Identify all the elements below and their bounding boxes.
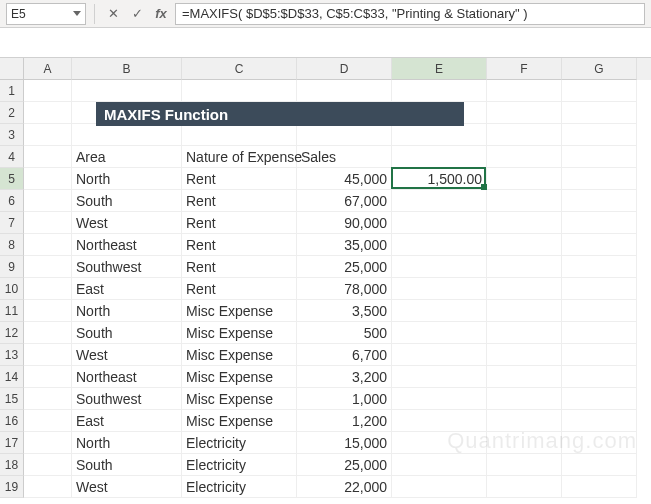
cell-A17[interactable] <box>24 432 72 454</box>
cell-F17[interactable] <box>487 432 562 454</box>
cell-F18[interactable] <box>487 454 562 476</box>
row-header-11[interactable]: 11 <box>0 300 24 322</box>
cell-G15[interactable] <box>562 388 637 410</box>
cell-area[interactable]: South <box>72 322 182 344</box>
cell-F6[interactable] <box>487 190 562 212</box>
cell-nature[interactable]: Misc Expense <box>182 322 297 344</box>
cell-F2[interactable] <box>487 102 562 124</box>
row-header-7[interactable]: 7 <box>0 212 24 234</box>
name-box[interactable]: E5 <box>6 3 86 25</box>
cell-E19[interactable] <box>392 476 487 498</box>
insert-function-button[interactable]: fx <box>151 4 171 24</box>
cell-F9[interactable] <box>487 256 562 278</box>
col-header-D[interactable]: D <box>297 58 392 80</box>
cell-F3[interactable] <box>487 124 562 146</box>
cell-A9[interactable] <box>24 256 72 278</box>
cell-F4[interactable] <box>487 146 562 168</box>
col-header-G[interactable]: G <box>562 58 637 80</box>
cell-A19[interactable] <box>24 476 72 498</box>
cell-G3[interactable] <box>562 124 637 146</box>
cell-nature[interactable]: Misc Expense <box>182 410 297 432</box>
cell-A10[interactable] <box>24 278 72 300</box>
select-all-corner[interactable] <box>0 58 24 80</box>
cell-E4[interactable] <box>392 146 487 168</box>
cell-area[interactable]: East <box>72 278 182 300</box>
cell-area[interactable]: West <box>72 212 182 234</box>
cell-A13[interactable] <box>24 344 72 366</box>
row-header-2[interactable]: 2 <box>0 102 24 124</box>
cell-E18[interactable] <box>392 454 487 476</box>
cell-A2[interactable] <box>24 102 72 124</box>
cell-F15[interactable] <box>487 388 562 410</box>
cell-C3[interactable] <box>182 124 297 146</box>
col-header-C[interactable]: C <box>182 58 297 80</box>
cell-G11[interactable] <box>562 300 637 322</box>
cell-sales[interactable]: 500 <box>297 322 392 344</box>
cell-sales[interactable]: 1,000 <box>297 388 392 410</box>
cell-F14[interactable] <box>487 366 562 388</box>
cell-nature[interactable]: Rent <box>182 234 297 256</box>
cell-area[interactable]: North <box>72 300 182 322</box>
cell-E17[interactable] <box>392 432 487 454</box>
cell-nature[interactable]: Electricity <box>182 454 297 476</box>
row-header-18[interactable]: 18 <box>0 454 24 476</box>
row-header-9[interactable]: 9 <box>0 256 24 278</box>
cell-A4[interactable] <box>24 146 72 168</box>
cell-G1[interactable] <box>562 80 637 102</box>
cancel-formula-button[interactable]: ✕ <box>103 4 123 24</box>
cell-E15[interactable] <box>392 388 487 410</box>
cell-sales[interactable]: 90,000 <box>297 212 392 234</box>
cell-E14[interactable] <box>392 366 487 388</box>
cell-sales[interactable]: 25,000 <box>297 454 392 476</box>
cell-A15[interactable] <box>24 388 72 410</box>
row-header-1[interactable]: 1 <box>0 80 24 102</box>
cell-E6[interactable] <box>392 190 487 212</box>
cell-F1[interactable] <box>487 80 562 102</box>
cell-nature[interactable]: Rent <box>182 190 297 212</box>
cell-F12[interactable] <box>487 322 562 344</box>
cell-G14[interactable] <box>562 366 637 388</box>
cell-area[interactable]: South <box>72 454 182 476</box>
cell-area[interactable]: North <box>72 432 182 454</box>
cell-F19[interactable] <box>487 476 562 498</box>
cell-nature[interactable]: Rent <box>182 256 297 278</box>
col-header-A[interactable]: A <box>24 58 72 80</box>
row-header-12[interactable]: 12 <box>0 322 24 344</box>
cell-E10[interactable] <box>392 278 487 300</box>
header-area[interactable]: Area <box>72 146 182 168</box>
cell-B1[interactable] <box>72 80 182 102</box>
cell-E11[interactable] <box>392 300 487 322</box>
cell-nature[interactable]: Rent <box>182 278 297 300</box>
col-header-E[interactable]: E <box>392 58 487 80</box>
cell-sales[interactable]: 3,200 <box>297 366 392 388</box>
cell-nature[interactable]: Electricity <box>182 476 297 498</box>
cell-area[interactable]: East <box>72 410 182 432</box>
row-header-14[interactable]: 14 <box>0 366 24 388</box>
cell-F13[interactable] <box>487 344 562 366</box>
selected-cell-value[interactable]: 1,500.00 <box>392 168 487 190</box>
cell-A12[interactable] <box>24 322 72 344</box>
cell-G18[interactable] <box>562 454 637 476</box>
cell-nature[interactable]: Misc Expense <box>182 344 297 366</box>
cell-A8[interactable] <box>24 234 72 256</box>
cell-area[interactable]: Southwest <box>72 388 182 410</box>
cell-sales[interactable]: 67,000 <box>297 190 392 212</box>
cell-G5[interactable] <box>562 168 637 190</box>
cell-G4[interactable] <box>562 146 637 168</box>
cell-F11[interactable] <box>487 300 562 322</box>
cell-nature[interactable]: Electricity <box>182 432 297 454</box>
cell-G6[interactable] <box>562 190 637 212</box>
cell-sales[interactable]: 25,000 <box>297 256 392 278</box>
cell-E16[interactable] <box>392 410 487 432</box>
cell-F10[interactable] <box>487 278 562 300</box>
header-nature[interactable]: Nature of Expense <box>182 146 297 168</box>
col-header-F[interactable]: F <box>487 58 562 80</box>
cell-area[interactable]: North <box>72 168 182 190</box>
cell-E12[interactable] <box>392 322 487 344</box>
cell-sales[interactable]: 35,000 <box>297 234 392 256</box>
cell-E3[interactable] <box>392 124 487 146</box>
cell-nature[interactable]: Rent <box>182 212 297 234</box>
cell-sales[interactable]: 6,700 <box>297 344 392 366</box>
cell-B3[interactable] <box>72 124 182 146</box>
cell-E13[interactable] <box>392 344 487 366</box>
